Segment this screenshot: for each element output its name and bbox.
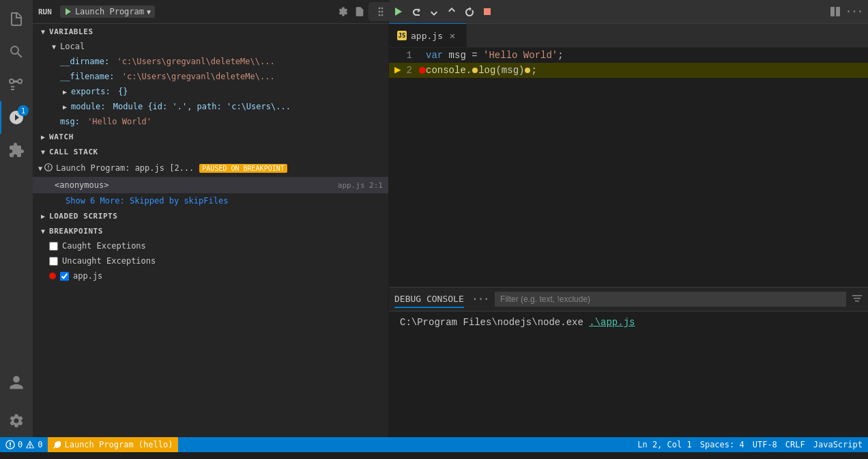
tab-close-button[interactable]: ✕ [447,30,458,41]
editor-line-1: 1 var msg = 'Hello World'; [389,48,868,63]
breakpoints-section: ▼ BREAKPOINTS Caught Exceptions Uncaught… [33,223,388,283]
more-actions-icon[interactable]: ··· [846,3,863,20]
app-js-breakpoint-checkbox[interactable] [60,272,69,281]
exports-name: exports: [71,87,111,96]
show-more-link[interactable]: Show 6 More: Skipped by skipFiles [33,193,388,208]
console-link[interactable]: .\app.js [589,317,635,328]
watch-section: ▶ WATCH [33,129,388,144]
open-launch-json-icon[interactable] [353,5,366,18]
exports-value: {} [113,87,128,96]
step-out-button[interactable] [444,3,460,20]
call-stack-frame[interactable]: <anonymous> app.js 2:1 [33,177,388,193]
call-stack-title: CALL STACK [49,148,98,156]
filename-var[interactable]: __filename: 'c:\Users\gregvanl\deleteMe\… [38,69,388,84]
launch-program-dropdown[interactable]: Launch Program ▼ [60,5,155,18]
frame-name: <anonymous> [55,180,108,190]
uncaught-exceptions-label: Uncaught Exceptions [62,256,156,266]
exports-var[interactable]: ▶ exports: {} [38,84,388,99]
layout-toggle-icon[interactable] [827,3,843,20]
editor-line-2: ▶ 2 console.log(msg); [389,63,868,78]
variables-section: ▼ VARIABLES ▼ Local __dirname: 'c:\Users… [33,24,388,129]
breakpoints-content: Caught Exceptions Uncaught Exceptions ap… [33,238,388,283]
status-bar-left: 0 0 Launch Program (hello) [5,437,178,452]
variables-title: VARIABLES [49,27,93,36]
svg-marker-0 [66,8,71,15]
tab-app-js[interactable]: JS app.js ✕ [389,23,467,47]
sidebar-item-run-debug[interactable]: 1 [0,101,33,134]
step-over-button[interactable] [408,3,424,20]
breakpoint-indicator [419,67,426,74]
loaded-scripts-title: LOADED SCRIPTS [49,212,117,221]
language-mode[interactable]: JavaScript [813,440,863,449]
warning-count: 0 [38,440,42,449]
svg-rect-10 [836,7,840,16]
watch-section-header[interactable]: ▶ WATCH [33,129,388,144]
dirname-name: __dirname: [60,57,109,66]
cursor-position[interactable]: Ln 2, Col 1 [637,440,691,449]
thread-expand-icon: ▼ [38,165,42,172]
dropdown-arrow-icon: ▼ [147,8,151,16]
line-number-1: 1 [389,48,423,63]
caught-exceptions-checkbox[interactable] [49,242,58,251]
stop-button[interactable] [479,3,495,20]
debug-console-tab[interactable]: DEBUG CONSOLE [394,291,464,308]
debug-toolbar-controls [368,2,500,21]
continue-button[interactable] [390,3,407,20]
breakpoints-section-header[interactable]: ▼ BREAKPOINTS [33,223,388,238]
caught-exceptions-item[interactable]: Caught Exceptions [38,238,388,253]
editor-content[interactable]: 1 var msg = 'Hello World'; ▶ 2 console.l… [389,48,868,287]
uncaught-exceptions-item[interactable]: Uncaught Exceptions [38,253,388,268]
console-filter-lines-icon[interactable] [852,293,863,306]
step-into-button[interactable] [426,3,442,20]
breakpoints-title: BREAKPOINTS [49,227,103,236]
msg-name: msg: [60,117,80,126]
editor-area: ··· JS app.js ✕ 1 var msg = 'Hello World… [389,0,868,437]
indentation[interactable]: Spaces: 4 [700,440,744,449]
sidebar-item-account[interactable] [0,366,33,399]
console-more-icon[interactable]: ··· [472,294,489,305]
sidebar-item-explorer[interactable] [0,3,33,36]
sidebar-content: ▼ VARIABLES ▼ Local __dirname: 'c:\Users… [33,24,388,437]
watch-title: WATCH [49,133,74,141]
debug-console-content: C:\Program Files\nodejs\node.exe .\app.j… [389,311,868,437]
local-scope-item[interactable]: ▼ Local [38,39,388,54]
caught-exceptions-label: Caught Exceptions [62,241,146,251]
call-stack-section-header[interactable]: ▼ CALL STACK [33,144,388,159]
encoding[interactable]: UTF-8 [753,440,777,449]
debug-badge: 1 [18,105,29,116]
svg-point-3 [379,11,381,13]
debug-settings-icon[interactable] [336,5,350,18]
sidebar-item-settings[interactable] [0,404,33,437]
paused-badge: PAUSED ON BREAKPOINT [199,164,287,173]
debug-console-header: DEBUG CONSOLE ··· [389,288,868,311]
line-ending[interactable]: CRLF [785,440,805,449]
status-errors[interactable]: 0 0 [5,440,42,449]
debug-toolbar: ··· [389,0,868,24]
status-debug-session[interactable]: Launch Program (hello) [48,437,178,452]
dirname-var[interactable]: __dirname: 'c:\Users\gregvanl\deleteMe\\… [38,54,388,69]
console-filter-input[interactable] [495,292,846,307]
filename-value: 'c:\Users\gregvanl\deleteMe\... [117,72,274,81]
app-js-breakpoint-item[interactable]: app.js [38,268,388,283]
restart-button[interactable] [461,3,478,20]
frame-file-info: app.js 2:1 [338,181,383,190]
editor-tabs: JS app.js ✕ [389,24,868,48]
status-bar: 0 0 Launch Program (hello) Ln 2, Col 1 S… [0,437,868,452]
msg-var[interactable]: msg: 'Hello World' [38,114,388,129]
variables-section-header[interactable]: ▼ VARIABLES [33,24,388,39]
drag-handle-icon[interactable] [373,3,389,20]
uncaught-exceptions-checkbox[interactable] [49,257,58,266]
sidebar-item-source-control[interactable] [0,68,33,101]
loaded-scripts-header[interactable]: ▶ LOADED SCRIPTS [33,208,388,223]
module-var[interactable]: ▶ module: Module {id: '.', path: 'c:\Use… [38,99,388,114]
status-bar-right: Ln 2, Col 1 Spaces: 4 UTF-8 CRLF JavaScr… [637,440,863,449]
module-value: Module {id: '.', path: 'c:\Users\... [108,102,291,111]
watch-chevron-icon: ▶ [38,132,48,141]
call-stack-thread[interactable]: ▼ Launch Program: app.js [2... PAUSED ON… [33,159,388,177]
module-expand-icon: ▶ [60,102,70,111]
sidebar-item-extensions[interactable] [0,134,33,167]
sidebar-item-search[interactable] [0,36,33,68]
breakpoint-dot-icon [49,273,56,279]
svg-point-6 [381,14,384,16]
local-label: Local [60,42,85,51]
